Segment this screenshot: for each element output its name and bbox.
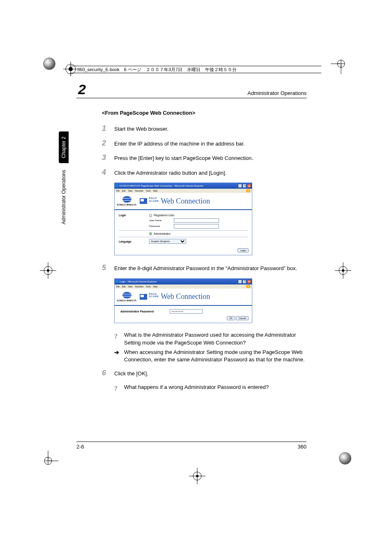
close-button[interactable]: ✕: [247, 184, 251, 188]
ie-throbber-icon: [246, 285, 250, 288]
ie-icon: 🌐: [115, 280, 118, 283]
step-text: Enter the 8-digit Administrator Password…: [114, 264, 297, 273]
step-number: 1: [102, 124, 114, 133]
screenshot-login: 🌐KONICA MINOLTA PageScope Web Connection…: [114, 183, 307, 255]
registered-user-radio[interactable]: [149, 214, 152, 217]
step-row: 1 Start the Web browser.: [102, 124, 307, 133]
note-text: What happens if a wrong Administrator Pa…: [124, 384, 269, 393]
pagescope-title: PAGESCOPE Web Connection: [149, 197, 210, 206]
password-input[interactable]: [174, 224, 219, 229]
step-row: 4 Click the Administrator radio button a…: [102, 168, 307, 177]
registration-mark-icon: [335, 262, 351, 279]
doc-source-header: 360_security_E.book 6 ページ ２００７年3月7日 水曜日 …: [70, 66, 321, 73]
corner-ball-icon: [43, 58, 55, 70]
step-number: 3: [102, 153, 114, 162]
menu-tools[interactable]: Tools: [146, 190, 151, 192]
page-footer: 2-6 360: [76, 442, 307, 450]
konica-minolta-name: KONICA MINOLTA: [117, 204, 136, 206]
window-titlebar: 🌐KONICA MINOLTA PageScope Web Connection…: [115, 183, 252, 189]
window-title-text: Login - Microsoft Internet Explorer: [120, 280, 157, 283]
username-input[interactable]: [174, 218, 219, 223]
step-number: 2: [102, 139, 114, 148]
maximize-button[interactable]: ❐: [242, 184, 247, 188]
pagescope-banner: KONICA MINOLTA PAGESCOPE Web Connection: [115, 193, 252, 210]
konica-minolta-name: KONICA MINOLTA: [117, 299, 136, 302]
language-select[interactable]: English (English): [149, 239, 186, 244]
administrator-radio[interactable]: [149, 232, 152, 235]
step-number: 5: [102, 264, 114, 272]
question-mark-icon: ?: [114, 384, 121, 393]
minimize-button[interactable]: –: [238, 184, 242, 188]
pagescope-icon: [140, 294, 147, 300]
note-question: ? What happens if a wrong Administrator …: [114, 384, 307, 393]
step-number: 4: [102, 168, 114, 177]
language-label: Language: [119, 240, 149, 243]
step-text: Start the Web browser.: [114, 125, 168, 133]
maximize-button[interactable]: ❐: [242, 280, 247, 284]
step-text: Enter the IP address of the machine in t…: [114, 140, 245, 148]
running-head: 2 Administrator Operations: [76, 82, 307, 98]
konica-minolta-logo-icon: [122, 292, 131, 298]
note-text: What is the Administrator Password used …: [124, 331, 307, 347]
running-head-title: Administrator Operations: [247, 90, 307, 96]
ie-throbber-icon: [246, 189, 250, 192]
menu-edit[interactable]: Edit: [122, 190, 126, 192]
step-row: 6 Click the [OK].: [102, 369, 307, 378]
admin-password-input[interactable]: [170, 309, 203, 314]
registered-user-label: Registered User: [154, 214, 175, 217]
note-answer: ➔ When accessing the Administrator Setti…: [114, 349, 307, 364]
username-label: User Name: [149, 219, 174, 222]
login-button[interactable]: Login: [238, 248, 249, 252]
login-label: Login: [119, 214, 149, 217]
step-text: Click the [OK].: [114, 370, 148, 378]
model-number: 360: [297, 444, 307, 450]
chapter-number: 2: [76, 82, 86, 96]
question-mark-icon: ?: [114, 331, 121, 347]
side-column: Chapter 2 Administrator Operations: [58, 132, 70, 321]
close-button[interactable]: ✕: [247, 280, 251, 284]
ok-button[interactable]: OK: [227, 316, 235, 320]
page-content: 2 Administrator Operations <From PageSco…: [76, 82, 307, 393]
screenshot-admin-password: 🌐Login - Microsoft Internet Explorer – ❐…: [114, 278, 307, 323]
admin-password-label: Administrator Password: [120, 310, 170, 313]
menu-favorites[interactable]: Favorites: [135, 285, 143, 288]
page-number: 2-6: [76, 444, 84, 450]
ie-menubar[interactable]: File Edit View Favorites Tools Help: [115, 284, 252, 289]
chapter-tab: Chapter 2: [59, 132, 69, 163]
step-row: 3 Press the [Enter] key to start PageSco…: [102, 153, 307, 162]
menu-favorites[interactable]: Favorites: [135, 190, 143, 192]
crop-mark-icon: [331, 53, 351, 74]
step-text: Press the [Enter] key to start PageScope…: [114, 154, 253, 162]
step-row: 5 Enter the 8-digit Administrator Passwo…: [102, 264, 307, 273]
step-number: 6: [102, 369, 114, 377]
note-question: ? What is the Administrator Password use…: [114, 331, 307, 347]
registration-mark-icon: [40, 262, 56, 279]
window-title-text: KONICA MINOLTA PageScope Web Connection …: [120, 185, 203, 187]
arrow-right-icon: ➔: [114, 349, 121, 364]
pagescope-icon: [140, 198, 147, 204]
ie-icon: 🌐: [115, 185, 118, 187]
password-label: Password: [149, 225, 174, 227]
window-titlebar: 🌐Login - Microsoft Internet Explorer – ❐…: [115, 279, 252, 284]
menu-file[interactable]: File: [116, 285, 120, 288]
menu-file[interactable]: File: [116, 190, 120, 192]
menu-edit[interactable]: Edit: [122, 285, 126, 288]
pagescope-title: PAGESCOPE Web Connection: [149, 292, 210, 301]
menu-help[interactable]: Help: [153, 190, 157, 192]
section-heading: <From PageScope Web Connection>: [102, 110, 307, 116]
ie-menubar[interactable]: File Edit View Favorites Tools Help: [115, 189, 252, 193]
step-text: Click the Administrator radio button and…: [114, 169, 226, 177]
header-target-icon: [63, 62, 78, 78]
menu-tools[interactable]: Tools: [146, 285, 151, 288]
registration-mark-icon: [189, 468, 205, 484]
pagescope-banner: KONICA MINOLTA PAGESCOPE Web Connection: [115, 289, 252, 306]
corner-ball-icon: [339, 452, 351, 465]
menu-view[interactable]: View: [128, 285, 133, 288]
menu-help[interactable]: Help: [153, 285, 157, 288]
minimize-button[interactable]: –: [238, 280, 242, 284]
doc-source-text: 360_security_E.book 6 ページ ２００７年3月7日 水曜日 …: [77, 67, 237, 72]
step-row: 2 Enter the IP address of the machine in…: [102, 139, 307, 148]
side-title: Administrator Operations: [61, 170, 67, 224]
menu-view[interactable]: View: [128, 190, 133, 192]
cancel-button[interactable]: Cancel: [236, 316, 249, 320]
